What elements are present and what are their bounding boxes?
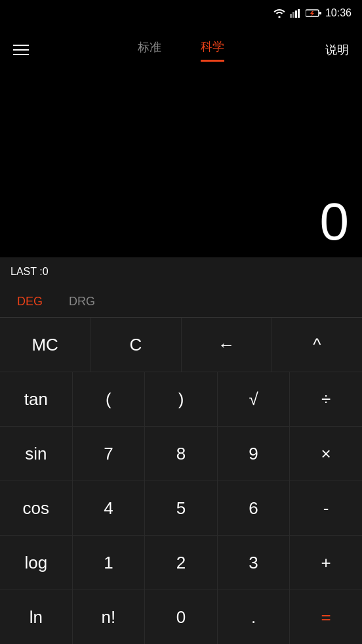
key-row-0: MCC←^ xyxy=(0,318,362,372)
svg-rect-3 xyxy=(298,9,300,18)
mode-deg[interactable]: DEG xyxy=(10,292,49,311)
key-backspace[interactable]: ← xyxy=(182,318,272,372)
key-rparen[interactable]: ) xyxy=(145,372,218,426)
key-5[interactable]: 5 xyxy=(145,481,218,535)
key-equals[interactable]: = xyxy=(290,590,362,644)
key-cos[interactable]: cos xyxy=(0,481,73,535)
status-time: 10:36 xyxy=(325,7,352,19)
nav-tabs: 标准 科学 xyxy=(138,39,224,62)
key-power[interactable]: ^ xyxy=(272,318,362,372)
svg-rect-0 xyxy=(290,14,292,18)
key-1[interactable]: 1 xyxy=(73,536,146,590)
key-tan[interactable]: tan xyxy=(0,372,73,426)
key-7[interactable]: 7 xyxy=(73,427,146,481)
key-ln[interactable]: ln xyxy=(0,590,73,644)
key-2[interactable]: 2 xyxy=(145,536,218,590)
wifi-icon xyxy=(273,9,286,18)
svg-rect-2 xyxy=(295,11,297,18)
menu-icon[interactable] xyxy=(13,45,29,55)
key-4[interactable]: 4 xyxy=(73,481,146,535)
key-8[interactable]: 8 xyxy=(145,427,218,481)
key-multiply[interactable]: × xyxy=(290,427,362,481)
keypad: MCC←^tan()√÷sin789×cos456-log123+lnn!0.= xyxy=(0,318,362,644)
key-row-3: cos456- xyxy=(0,481,362,536)
last-value: LAST :0 xyxy=(10,266,49,278)
display-area: 0 xyxy=(0,74,362,257)
key-add[interactable]: + xyxy=(290,536,362,590)
mode-row: DEG DRG xyxy=(0,286,362,318)
help-button[interactable]: 说明 xyxy=(325,42,349,58)
tab-science[interactable]: 科学 xyxy=(201,39,224,62)
signal-icon xyxy=(290,9,302,18)
battery-icon xyxy=(306,9,321,18)
key-9[interactable]: 9 xyxy=(218,427,291,481)
mode-drg[interactable]: DRG xyxy=(62,292,102,311)
key-row-4: log123+ xyxy=(0,536,362,590)
key-dot[interactable]: . xyxy=(218,590,291,644)
status-icons: 10:36 xyxy=(273,7,352,19)
key-divide[interactable]: ÷ xyxy=(290,372,362,426)
key-sin[interactable]: sin xyxy=(0,427,73,481)
key-6[interactable]: 6 xyxy=(218,481,291,535)
key-row-2: sin789× xyxy=(0,427,362,481)
key-sqrt[interactable]: √ xyxy=(218,372,291,426)
history-row: LAST :0 xyxy=(0,257,362,286)
main-display: 0 xyxy=(13,193,349,251)
key-lparen[interactable]: ( xyxy=(73,372,146,426)
key-0[interactable]: 0 xyxy=(145,590,218,644)
key-factorial[interactable]: n! xyxy=(73,590,146,644)
key-c[interactable]: C xyxy=(90,318,181,372)
key-subtract[interactable]: - xyxy=(290,481,362,535)
key-mc[interactable]: MC xyxy=(0,318,90,372)
key-3[interactable]: 3 xyxy=(218,536,291,590)
key-row-5: lnn!0.= xyxy=(0,590,362,644)
svg-rect-5 xyxy=(319,12,321,14)
key-log[interactable]: log xyxy=(0,536,73,590)
key-row-1: tan()√÷ xyxy=(0,372,362,427)
top-nav: 标准 科学 说明 xyxy=(0,26,362,74)
status-bar: 10:36 xyxy=(0,0,362,26)
svg-rect-1 xyxy=(292,12,294,18)
tab-standard[interactable]: 标准 xyxy=(138,39,161,60)
